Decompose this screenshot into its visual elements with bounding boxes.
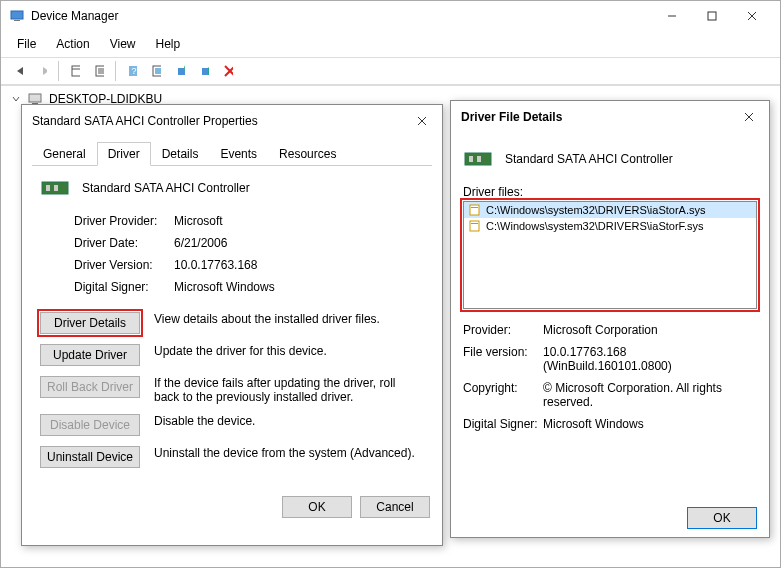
tab-general[interactable]: General [32, 142, 97, 166]
properties-button[interactable] [88, 60, 110, 82]
update-driver-button[interactable] [169, 60, 191, 82]
rollback-driver-desc: If the device fails after updating the d… [154, 376, 424, 404]
controller-icon [40, 176, 72, 200]
rollback-driver-button: Roll Back Driver [40, 376, 140, 398]
file-provider-label: Provider: [463, 323, 543, 337]
svg-rect-21 [29, 94, 41, 102]
file-version-label: File version: [463, 345, 543, 373]
svg-rect-27 [54, 185, 58, 191]
file-copyright-label: Copyright: [463, 381, 543, 409]
window-title: Device Manager [31, 9, 652, 23]
forward-button[interactable] [31, 60, 53, 82]
menu-help[interactable]: Help [146, 33, 191, 55]
svg-rect-26 [46, 185, 50, 191]
tab-strip: General Driver Details Events Resources [32, 141, 432, 166]
device-name: Standard SATA AHCI Controller [82, 181, 250, 195]
driver-details-desc: View details about the installed driver … [154, 312, 424, 326]
file-details-titlebar[interactable]: Driver File Details [451, 101, 769, 133]
date-value: 6/21/2006 [174, 236, 424, 250]
driver-file-details-dialog: Driver File Details Standard SATA AHCI C… [450, 100, 770, 538]
help-button[interactable]: ? [121, 60, 143, 82]
menu-action[interactable]: Action [46, 33, 99, 55]
tab-events[interactable]: Events [209, 142, 268, 166]
svg-text:?: ? [131, 66, 136, 76]
chevron-down-icon[interactable] [11, 94, 21, 104]
file-icon [468, 203, 482, 217]
uninstall-device-button[interactable]: Uninstall Device [40, 446, 140, 468]
update-driver-button[interactable]: Update Driver [40, 344, 140, 366]
maximize-button[interactable] [692, 2, 732, 30]
provider-value: Microsoft [174, 214, 424, 228]
disable-device-desc: Disable the device. [154, 414, 424, 428]
toolbar: ? [1, 57, 780, 85]
svg-rect-35 [470, 221, 479, 231]
properties-ok-button[interactable]: OK [282, 496, 352, 518]
file-icon [468, 219, 482, 233]
version-label: Driver Version: [74, 258, 174, 272]
svg-rect-15 [155, 68, 161, 74]
version-value: 10.0.17763.168 [174, 258, 424, 272]
update-driver-desc: Update the driver for this device. [154, 344, 424, 358]
file-details-footer: OK [451, 499, 769, 537]
menu-file[interactable]: File [7, 33, 46, 55]
driver-file-row[interactable]: C:\Windows\system32\DRIVERS\iaStorA.sys [464, 202, 756, 218]
file-details-device-name: Standard SATA AHCI Controller [505, 152, 673, 166]
svg-rect-6 [72, 66, 80, 76]
svg-rect-0 [11, 11, 23, 19]
file-details-ok-button[interactable]: OK [687, 507, 757, 529]
driver-files-listbox[interactable]: C:\Windows\system32\DRIVERS\iaStorA.sys … [463, 201, 757, 309]
properties-dialog-footer: OK Cancel [22, 488, 442, 526]
properties-dialog: Standard SATA AHCI Controller Properties… [21, 104, 443, 546]
provider-label: Driver Provider: [74, 214, 174, 228]
driver-details-button[interactable]: Driver Details [40, 312, 140, 334]
window-titlebar[interactable]: Device Manager [1, 1, 780, 31]
device-manager-window: Device Manager File Action View Help ? D [0, 0, 781, 568]
svg-rect-36 [471, 223, 478, 224]
driver-files-label: Driver files: [463, 185, 757, 199]
properties-dialog-title: Standard SATA AHCI Controller Properties [32, 114, 412, 128]
close-button[interactable] [732, 2, 772, 30]
file-details-title: Driver File Details [461, 110, 739, 124]
signer-label: Digital Signer: [74, 280, 174, 294]
svg-rect-1 [14, 20, 20, 21]
svg-rect-33 [470, 205, 479, 215]
tab-resources[interactable]: Resources [268, 142, 347, 166]
disable-button[interactable] [217, 60, 239, 82]
tab-details[interactable]: Details [151, 142, 210, 166]
menubar: File Action View Help [1, 31, 780, 57]
show-hidden-button[interactable] [64, 60, 86, 82]
svg-rect-31 [469, 156, 473, 162]
file-provider-value: Microsoft Corporation [543, 323, 757, 337]
driver-file-row[interactable]: C:\Windows\system32\DRIVERS\iaStorF.sys [464, 218, 756, 234]
file-signer-label: Digital Signer: [463, 417, 543, 431]
back-button[interactable] [7, 60, 29, 82]
uninstall-button[interactable] [193, 60, 215, 82]
svg-rect-16 [178, 68, 185, 75]
svg-rect-34 [471, 207, 478, 208]
uninstall-device-desc: Uninstall the device from the system (Ad… [154, 446, 424, 460]
file-details-close-button[interactable] [739, 107, 759, 127]
svg-rect-18 [202, 68, 209, 75]
file-version-value: 10.0.17763.168 (WinBuild.160101.0800) [543, 345, 757, 373]
properties-cancel-button[interactable]: Cancel [360, 496, 430, 518]
disable-device-button: Disable Device [40, 414, 140, 436]
scan-button[interactable] [145, 60, 167, 82]
properties-dialog-close-button[interactable] [412, 111, 432, 131]
tab-driver[interactable]: Driver [97, 142, 151, 166]
properties-dialog-titlebar[interactable]: Standard SATA AHCI Controller Properties [22, 105, 442, 137]
driver-file-path: C:\Windows\system32\DRIVERS\iaStorA.sys [486, 204, 705, 216]
device-manager-icon [9, 8, 25, 24]
minimize-button[interactable] [652, 2, 692, 30]
svg-rect-32 [477, 156, 481, 162]
file-signer-value: Microsoft Windows [543, 417, 757, 431]
date-label: Driver Date: [74, 236, 174, 250]
file-copyright-value: © Microsoft Corporation. All rights rese… [543, 381, 757, 409]
driver-tab-body: Standard SATA AHCI Controller Driver Pro… [22, 166, 442, 488]
svg-rect-3 [708, 12, 716, 20]
driver-file-path: C:\Windows\system32\DRIVERS\iaStorF.sys [486, 220, 704, 232]
menu-view[interactable]: View [100, 33, 146, 55]
controller-icon [463, 147, 495, 171]
signer-value: Microsoft Windows [174, 280, 424, 294]
content-area: DESKTOP-LDIDKBU Standard SATA AHCI Contr… [1, 85, 780, 567]
